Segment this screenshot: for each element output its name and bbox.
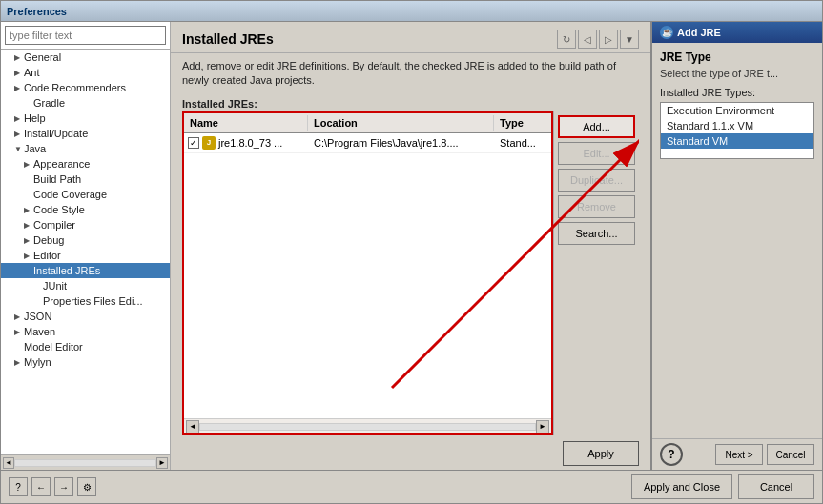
add-jre-title: Add JRE <box>677 27 721 38</box>
sidebar-item-build-path[interactable]: Build Path <box>1 171 170 187</box>
sidebar-item-model-editor[interactable]: Model Editor <box>1 339 170 354</box>
add-jre-action-btns: Next > Cancel <box>715 444 814 465</box>
add-jre-button[interactable]: Add... <box>558 115 635 138</box>
jres-action-buttons: Add... Edit... Duplicate... Remove Searc… <box>553 111 639 435</box>
duplicate-jre-button[interactable]: Duplicate... <box>558 169 635 192</box>
title-bar: Preferences <box>1 1 822 22</box>
remove-jre-button[interactable]: Remove <box>558 195 635 218</box>
add-jre-bottom-area: ? Next > Cancel <box>652 438 822 470</box>
expand-icon <box>14 312 24 321</box>
add-jre-list-label: Installed JRE Types: <box>660 87 814 98</box>
add-jre-section-title: JRE Type <box>660 50 814 64</box>
sidebar-item-mylyn[interactable]: Mylyn <box>1 354 170 370</box>
col-header-type: Type <box>494 115 551 131</box>
expand-icon <box>14 144 24 153</box>
help-bottom-icon[interactable]: ? <box>9 477 28 496</box>
back-icon-btn[interactable]: ◁ <box>578 30 597 49</box>
sidebar-item-gradle[interactable]: Gradle <box>1 95 170 111</box>
expand-icon <box>24 235 33 245</box>
refresh-icon: ↻ <box>563 34 570 45</box>
edit-jre-button[interactable]: Edit... <box>558 142 635 165</box>
jre-location-cell: C:\Program Files\Java\jre1.8.... <box>308 136 494 150</box>
add-jre-dialog-icon: ☕ <box>660 26 673 39</box>
table-row[interactable]: J jre1.8.0_73 ... C:\Program Files\Java\… <box>184 133 551 153</box>
expand-icon <box>14 327 24 336</box>
bottom-left-icons: ? ← → ⚙ <box>9 477 96 496</box>
help-icon-btn[interactable]: ? <box>660 443 683 466</box>
sidebar-item-code-coverage[interactable]: Code Coverage <box>1 187 170 202</box>
col-header-location: Location <box>308 115 494 131</box>
refresh-icon-btn[interactable]: ↻ <box>557 30 576 49</box>
expand-icon <box>14 129 24 138</box>
add-jre-dialog: ☕ Add JRE JRE Type Select the type of JR… <box>650 22 822 470</box>
jre-name-cell: J jre1.8.0_73 ... <box>184 135 308 151</box>
nav-back-icon[interactable]: ← <box>31 477 51 496</box>
expand-icon <box>14 68 24 77</box>
sidebar-item-json[interactable]: JSON <box>1 309 170 324</box>
window-bottom-bar: ? ← → ⚙ Apply and Close Cancel <box>1 470 822 503</box>
scroll-right-btn[interactable]: ► <box>156 457 168 469</box>
add-jre-next-button[interactable]: Next > <box>715 444 763 465</box>
nav-forward-icon[interactable]: → <box>54 477 73 496</box>
apply-and-close-button[interactable]: Apply and Close <box>631 474 732 499</box>
help-icon: ? <box>668 448 674 461</box>
bottom-right-buttons: Apply and Close Cancel <box>631 474 814 499</box>
toolbar-icons: ↻ ◁ ▷ ▼ <box>557 30 639 49</box>
add-jre-cancel-button[interactable]: Cancel <box>767 444 814 465</box>
preferences-window: Preferences General Ant Code Recommender <box>0 0 823 504</box>
jre-type-item-standard11[interactable]: Standard 1.1.x VM <box>661 118 813 133</box>
sidebar-item-junit[interactable]: JUnit <box>1 278 170 293</box>
jre-type-cell: Stand... <box>494 136 551 150</box>
sidebar-item-code-style[interactable]: Code Style <box>1 202 170 217</box>
main-area: General Ant Code Recommenders Gradle Hel… <box>1 22 822 470</box>
sidebar-item-code-recommenders[interactable]: Code Recommenders <box>1 80 170 95</box>
sidebar-item-maven[interactable]: Maven <box>1 324 170 339</box>
sidebar-item-installed-jres[interactable]: Installed JREs <box>1 263 170 278</box>
jres-table-header: Name Location Type <box>184 113 551 133</box>
sidebar-item-help[interactable]: Help <box>1 111 170 126</box>
hscroll-right-btn[interactable]: ► <box>536 420 549 433</box>
sidebar-item-install-update[interactable]: Install/Update <box>1 126 170 141</box>
sidebar-item-java[interactable]: Java <box>1 141 170 156</box>
search-jre-button[interactable]: Search... <box>558 222 635 245</box>
forward-icon-btn[interactable]: ▷ <box>599 30 618 49</box>
expand-icon <box>24 220 33 230</box>
sidebar-item-debug[interactable]: Debug <box>1 232 170 248</box>
add-jre-title-bar: ☕ Add JRE <box>652 22 822 43</box>
sidebar-item-general[interactable]: General <box>1 50 170 65</box>
installed-jres-label: Installed JREs: <box>171 94 650 111</box>
hscroll-left-btn[interactable]: ◄ <box>186 420 199 433</box>
expand-icon <box>14 113 24 123</box>
jre-checkbox[interactable] <box>188 137 199 149</box>
sidebar-item-compiler[interactable]: Compiler <box>1 217 170 232</box>
back-icon: ◁ <box>584 34 591 45</box>
cancel-button[interactable]: Cancel <box>738 474 814 499</box>
sidebar: General Ant Code Recommenders Gradle Hel… <box>1 22 171 470</box>
add-jre-types-list: Execution Environment Standard 1.1.x VM … <box>660 102 814 159</box>
jre-type-item-standard-vm[interactable]: Standard VM <box>661 133 813 149</box>
settings-icon[interactable]: ⚙ <box>77 477 96 496</box>
expand-icon <box>24 159 33 169</box>
jres-table-body: J jre1.8.0_73 ... C:\Program Files\Java\… <box>184 133 551 418</box>
sidebar-item-appearance[interactable]: Appearance <box>1 156 170 171</box>
add-jre-description: Select the type of JRE t... <box>660 68 814 79</box>
col-header-name: Name <box>184 115 308 131</box>
panel-header: Installed JREs ↻ ◁ ▷ ▼ <box>171 22 650 53</box>
table-hscroll-area: ◄ ► <box>184 418 551 433</box>
window-title: Preferences <box>7 6 67 17</box>
apply-button[interactable]: Apply <box>563 441 639 466</box>
sidebar-item-ant[interactable]: Ant <box>1 65 170 80</box>
scroll-left-btn[interactable]: ◄ <box>3 457 14 469</box>
search-input[interactable] <box>5 26 166 45</box>
sidebar-item-properties[interactable]: Properties Files Edi... <box>1 293 170 309</box>
sidebar-tree: General Ant Code Recommenders Gradle Hel… <box>1 50 170 454</box>
hscrollbar[interactable] <box>14 459 156 467</box>
panel-title: Installed JREs <box>182 31 274 47</box>
jre-type-item-execution[interactable]: Execution Environment <box>661 103 813 118</box>
jre-icon: J <box>202 136 216 150</box>
jres-table-container: Name Location Type J jre1.8.0_73 ... <box>182 111 553 435</box>
expand-icon <box>14 357 24 367</box>
dropdown-icon-btn[interactable]: ▼ <box>620 30 639 49</box>
sidebar-item-editor[interactable]: Editor <box>1 248 170 263</box>
hscroll-track[interactable] <box>199 423 536 431</box>
